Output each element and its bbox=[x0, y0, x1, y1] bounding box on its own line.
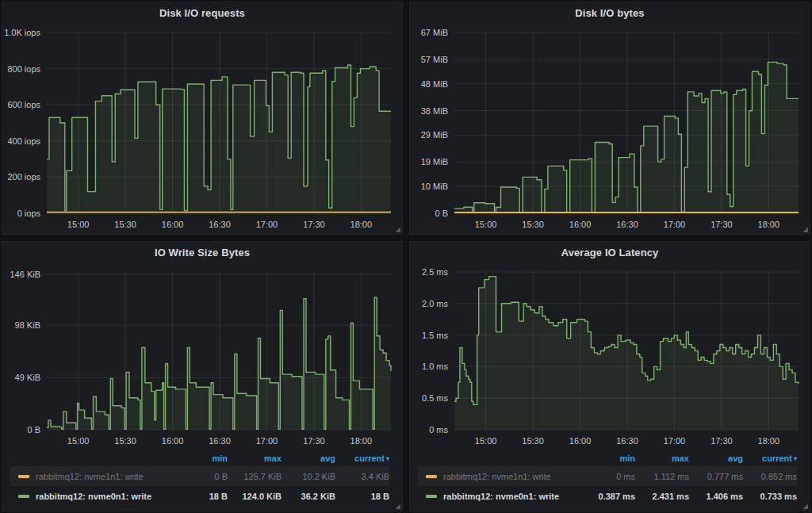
legend-sort-max[interactable]: max bbox=[228, 454, 282, 463]
y-tick-label: 0 ms bbox=[429, 425, 448, 435]
legend-value-max: 124.0 KiB bbox=[228, 492, 282, 501]
x-tick-label: 17:30 bbox=[303, 220, 325, 229]
x-tick-label: 15:30 bbox=[114, 220, 136, 229]
legend-row-nvme1n1: rabbitmq12: nvme1n1: write 0 ms 1.112 ms… bbox=[418, 466, 797, 486]
y-tick-label: 10 MiB bbox=[421, 182, 448, 191]
y-tick-label: 48 MiB bbox=[421, 79, 448, 89]
dashboard-grid: Disk I/O requests 0 iops200 iops400 iops… bbox=[2, 2, 810, 511]
panel-io-write-size-bytes: IO Write Size Bytes 0 B49 KiB98 KiB146 K… bbox=[2, 241, 403, 511]
legend-sort-current[interactable]: current▾ bbox=[743, 454, 797, 463]
y-tick-label: 1.5 ms bbox=[422, 331, 449, 340]
chart-canvas: 0 B10 MiB19 MiB29 MiB38 MiB48 MiB57 MiB6… bbox=[410, 23, 810, 234]
x-tick-label: 18:00 bbox=[758, 220, 780, 229]
x-tick-label: 15:00 bbox=[67, 220, 90, 229]
legend-value-max: 2.431 ms bbox=[635, 492, 689, 501]
x-tick-label: 16:30 bbox=[209, 220, 231, 229]
y-tick-label: 29 MiB bbox=[421, 130, 448, 140]
series-name-nvme0n1[interactable]: rabbitmq12: nvme0n1: write bbox=[36, 492, 174, 501]
x-tick-label: 18:00 bbox=[758, 436, 780, 446]
legend-average-io-latency: min max avg current▾ rabbitmq12: nvme1n1… bbox=[410, 450, 810, 511]
y-tick-label: 57 MiB bbox=[421, 55, 448, 64]
legend-sort-avg[interactable]: avg bbox=[282, 454, 335, 463]
chart-disk-io-bytes[interactable]: 0 B10 MiB19 MiB29 MiB38 MiB48 MiB57 MiB6… bbox=[410, 23, 810, 234]
y-tick-label: 98 KiB bbox=[15, 320, 40, 330]
chart-disk-io-requests[interactable]: 0 iops200 iops400 iops600 iops800 iops1.… bbox=[2, 23, 402, 234]
panel-disk-io-requests: Disk I/O requests 0 iops200 iops400 iops… bbox=[2, 2, 403, 235]
y-tick-label: 0 iops bbox=[17, 209, 41, 218]
x-tick-label: 16:00 bbox=[569, 436, 592, 446]
y-tick-label: 0 B bbox=[27, 425, 40, 435]
legend-header: min max avg current▾ bbox=[418, 450, 797, 466]
panel-title-disk-io-requests[interactable]: Disk I/O requests bbox=[2, 2, 402, 23]
panel-resize-handle[interactable] bbox=[802, 503, 808, 509]
panel-average-io-latency: Average IO Latency 0 ms0.5 ms1.0 ms1.5 m… bbox=[409, 241, 810, 511]
panel-title-average-io-latency[interactable]: Average IO Latency bbox=[410, 242, 810, 262]
chart-canvas: 0 iops200 iops400 iops600 iops800 iops1.… bbox=[2, 23, 402, 234]
panel-resize-handle[interactable] bbox=[395, 227, 400, 232]
panel-resize-handle[interactable] bbox=[395, 503, 400, 509]
x-tick-label: 17:30 bbox=[710, 220, 733, 229]
x-tick-label: 16:00 bbox=[162, 436, 184, 446]
legend-sort-min[interactable]: min bbox=[174, 454, 228, 463]
legend-value-current: 18 B bbox=[335, 492, 389, 501]
y-tick-label: 0 B bbox=[435, 209, 448, 218]
chart-canvas: 0 ms0.5 ms1.0 ms1.5 ms2.0 ms2.5 ms15:001… bbox=[410, 262, 810, 450]
series-fill bbox=[454, 277, 799, 430]
y-tick-label: 49 KiB bbox=[15, 373, 40, 382]
x-tick-label: 17:00 bbox=[256, 220, 278, 229]
series-swatch-yellow bbox=[426, 475, 437, 478]
legend-value-current: 0.852 ms bbox=[743, 472, 797, 481]
x-tick-label: 15:00 bbox=[67, 436, 90, 446]
legend-sort-avg[interactable]: avg bbox=[689, 454, 743, 463]
x-tick-label: 18:00 bbox=[350, 220, 373, 229]
legend-row-nvme0n1: rabbitmq12: nvme0n1: write 18 B 124.0 Ki… bbox=[10, 486, 389, 506]
legend-value-min: 18 B bbox=[174, 492, 228, 501]
y-tick-label: 800 iops bbox=[7, 64, 40, 74]
series-fill bbox=[47, 297, 391, 430]
y-tick-label: 67 MiB bbox=[421, 28, 448, 37]
legend-sort-max[interactable]: max bbox=[635, 454, 689, 463]
series-name-nvme1n1[interactable]: rabbitmq12: nvme1n1: write bbox=[443, 472, 581, 481]
series-fill bbox=[454, 62, 799, 213]
legend-value-avg: 10.2 KiB bbox=[282, 472, 335, 481]
x-tick-label: 17:00 bbox=[256, 436, 278, 446]
x-tick-label: 16:30 bbox=[616, 220, 638, 229]
legend-value-current: 3.4 KiB bbox=[335, 472, 389, 481]
chart-average-io-latency[interactable]: 0 ms0.5 ms1.0 ms1.5 ms2.0 ms2.5 ms15:001… bbox=[410, 262, 810, 450]
legend-value-avg: 0.777 ms bbox=[689, 472, 743, 481]
y-tick-label: 400 iops bbox=[7, 136, 40, 146]
chart-canvas: 0 B49 KiB98 KiB146 KiB15:0015:3016:0016:… bbox=[2, 262, 402, 450]
y-tick-label: 38 MiB bbox=[421, 106, 448, 116]
y-tick-label: 2.0 ms bbox=[422, 299, 449, 308]
x-tick-label: 17:00 bbox=[664, 436, 686, 446]
x-tick-label: 15:30 bbox=[522, 220, 544, 229]
legend-io-write-size-bytes: min max avg current▾ rabbitmq12: nvme1n1… bbox=[2, 450, 402, 511]
legend-value-min: 0.387 ms bbox=[581, 492, 635, 501]
series-name-nvme0n1[interactable]: rabbitmq12: nvme0n1: write bbox=[443, 492, 581, 501]
y-tick-label: 0.5 ms bbox=[422, 393, 449, 403]
legend-row-nvme0n1: rabbitmq12: nvme0n1: write 0.387 ms 2.43… bbox=[418, 486, 797, 506]
sort-caret-icon: ▾ bbox=[386, 455, 389, 462]
y-tick-label: 2.5 ms bbox=[422, 267, 449, 277]
sort-caret-icon: ▾ bbox=[794, 455, 797, 462]
chart-io-write-size-bytes[interactable]: 0 B49 KiB98 KiB146 KiB15:0015:3016:0016:… bbox=[2, 262, 402, 450]
x-tick-label: 15:30 bbox=[114, 436, 136, 446]
legend-value-min: 0 B bbox=[174, 472, 228, 481]
x-tick-label: 15:30 bbox=[522, 436, 544, 446]
panel-title-disk-io-bytes[interactable]: Disk I/O bytes bbox=[410, 2, 810, 23]
panel-title-io-write-size-bytes[interactable]: IO Write Size Bytes bbox=[2, 242, 402, 262]
y-tick-label: 200 iops bbox=[7, 172, 40, 182]
x-tick-label: 16:00 bbox=[569, 220, 592, 229]
series-swatch-green bbox=[18, 495, 29, 498]
series-name-nvme1n1[interactable]: rabbitmq12: nvme1n1: write bbox=[36, 472, 174, 481]
x-tick-label: 17:00 bbox=[664, 220, 686, 229]
series-fill bbox=[47, 65, 391, 213]
x-tick-label: 15:00 bbox=[475, 220, 497, 229]
panel-resize-handle[interactable] bbox=[802, 227, 808, 232]
legend-sort-current[interactable]: current▾ bbox=[335, 454, 389, 463]
legend-row-nvme1n1: rabbitmq12: nvme1n1: write 0 B 125.7 KiB… bbox=[10, 466, 389, 486]
legend-value-max: 125.7 KiB bbox=[228, 472, 282, 481]
y-tick-label: 600 iops bbox=[7, 100, 40, 109]
y-tick-label: 146 KiB bbox=[10, 270, 40, 279]
legend-sort-min[interactable]: min bbox=[581, 454, 635, 463]
